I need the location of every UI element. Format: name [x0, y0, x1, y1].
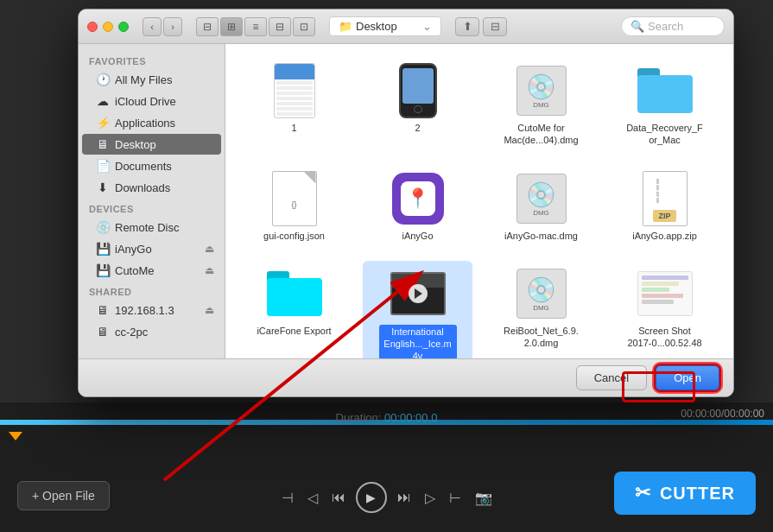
sidebar-item-documents[interactable]: 📄 Documents	[82, 155, 221, 176]
file-label-screenshot: Screen Shot 2017-0...00.52.48	[626, 325, 704, 350]
finder-titlebar: ‹ › ⊟ ⊞ ≡ ⊟ ⊡ 📁 Desktop ⌄ ⬆ ⊟ 🔍 Se	[79, 10, 733, 44]
minimize-button[interactable]	[103, 22, 113, 32]
window-controls	[87, 22, 129, 32]
sidebar-label-cutome: CutoMe	[115, 264, 155, 277]
skip-forward-button[interactable]: ⊢	[446, 486, 465, 510]
sidebar-label-desktop: Desktop	[115, 138, 156, 151]
time-display: 00:00:00/00:00:00	[681, 408, 764, 420]
sidebar-item-cutome[interactable]: 💾 CutoMe ⏏	[82, 260, 221, 281]
view-buttons: ⊟ ⊞ ≡ ⊟ ⊡	[196, 17, 315, 36]
sidebar-item-applications[interactable]: ⚡ Applications	[82, 112, 221, 133]
duration-value: 00:00:00.0	[384, 411, 437, 424]
sidebar-item-downloads[interactable]: ⬇ Downloads	[82, 177, 221, 198]
file-label-cutome-dmg: CutoMe for Mac(de...04).dmg	[503, 122, 580, 147]
search-icon: 🔍	[630, 20, 644, 33]
skip-back-button[interactable]: ⊣	[278, 486, 297, 510]
play-button[interactable]: ▶	[356, 482, 387, 513]
applications-icon: ⚡	[96, 116, 110, 130]
cutome-icon: 💾	[96, 263, 110, 277]
finder-sidebar: Favorites 🕐 All My Files ☁ iCloud Drive …	[79, 44, 225, 358]
eject-ianygo-button[interactable]: ⏏	[205, 243, 214, 255]
open-file-button[interactable]: + Open File	[17, 481, 110, 510]
file-icon-ianygo-dmg: 💿 DMG	[514, 171, 569, 226]
sidebar-item-remote-disc[interactable]: 💿 Remote Disc	[82, 217, 221, 238]
prev-button[interactable]: ⏮	[328, 486, 349, 509]
icloud-icon: ☁	[96, 94, 110, 108]
close-button[interactable]	[87, 22, 98, 32]
file-icon-cutome-dmg: 💿 DMG	[514, 63, 569, 118]
titlebar-actions: ⬆ ⊟	[455, 17, 507, 36]
file-label-data-recovery: Data_Recovery_For_Mac	[626, 122, 704, 147]
finder-files: 1 2 💿	[225, 44, 733, 358]
view-grid-button[interactable]: ⊞	[220, 17, 243, 36]
cancel-button[interactable]: Cancel	[576, 365, 647, 390]
location-name: Desktop	[356, 20, 397, 33]
back-button[interactable]: ‹	[143, 17, 162, 36]
file-item-gui-config[interactable]: {} gui-config.json	[239, 166, 349, 247]
file-item-video[interactable]: International English..._Ice.m4v	[363, 261, 472, 358]
share-button[interactable]: ⬆	[455, 17, 479, 36]
arrange-button[interactable]: ⊟	[483, 17, 507, 36]
file-icon-ianygo-zip: ZIP	[637, 171, 693, 226]
duration-label: Duration: 00:00:00.0	[336, 411, 438, 424]
eject-192-button[interactable]: ⏏	[205, 304, 214, 316]
app-background: 00:00:00/00:00:00 Duration: 00:00:00.0 +…	[0, 0, 773, 532]
forward-button[interactable]: ›	[163, 17, 182, 36]
transport-controls: ⊣ ◁ ⏮ ▶ ⏭ ▷ ⊢ 📷	[278, 482, 496, 513]
sidebar-item-ianygo-device[interactable]: 💾 iAnyGo ⏏	[82, 238, 221, 259]
file-item-ianygo-zip[interactable]: ZIP iAnyGo.app.zip	[610, 166, 719, 247]
desktop-icon: 🖥	[96, 137, 110, 151]
frame-back-button[interactable]: ◁	[304, 486, 321, 510]
cutter-label: CUTTER	[660, 484, 735, 504]
file-label-reiboot: ReiBoot_Net_6.9.2.0.dmg	[503, 325, 580, 350]
sidebar-item-192[interactable]: 🖥 192.168.1.3 ⏏	[82, 300, 221, 320]
finder-dialog: ‹ › ⊟ ⊞ ≡ ⊟ ⊡ 📁 Desktop ⌄ ⬆ ⊟ 🔍 Se	[78, 9, 734, 397]
titlebar-nav: ‹ ›	[143, 17, 182, 36]
file-icon-1	[267, 63, 322, 118]
view-columns-button[interactable]: ⊟	[269, 17, 291, 36]
sidebar-item-cc2pc[interactable]: 🖥 cc-2pc	[82, 321, 221, 342]
search-box[interactable]: 🔍 Search	[621, 16, 725, 36]
sidebar-label-cc2pc: cc-2pc	[115, 326, 148, 339]
open-button[interactable]: Open	[656, 365, 719, 390]
scissors-icon: ✂	[635, 482, 651, 504]
file-label-2: 2	[415, 122, 420, 134]
sidebar-label-icloud: iCloud Drive	[115, 95, 176, 108]
file-item-ianygo-dmg[interactable]: 💿 DMG iAnyGo-mac.dmg	[486, 166, 596, 247]
view-cover-button[interactable]: ⊡	[293, 17, 315, 36]
cutter-button[interactable]: ✂ CUTTER	[614, 472, 756, 515]
cc2pc-icon: 🖥	[96, 325, 110, 339]
view-split-button[interactable]: ⊟	[196, 17, 219, 36]
file-item-2[interactable]: 2	[363, 58, 472, 152]
file-item-reiboot[interactable]: 💿 DMG ReiBoot_Net_6.9.2.0.dmg	[486, 261, 596, 358]
view-list-button[interactable]: ≡	[244, 17, 267, 36]
sidebar-label-all-my-files: All My Files	[115, 73, 172, 86]
file-item-cutome-dmg[interactable]: 💿 DMG CutoMe for Mac(de...04).dmg	[486, 58, 596, 152]
next-button[interactable]: ⏭	[394, 486, 415, 509]
file-icon-video	[390, 266, 446, 321]
file-item-screenshot[interactable]: Screen Shot 2017-0...00.52.48	[610, 261, 719, 358]
file-item-1[interactable]: 1	[239, 58, 349, 152]
eject-cutome-button[interactable]: ⏏	[205, 264, 214, 276]
shared-title: Shared	[79, 282, 225, 299]
sidebar-item-icloud[interactable]: ☁ iCloud Drive	[82, 91, 221, 111]
timeline-handle[interactable]	[9, 432, 22, 440]
file-icon-icarefone	[267, 266, 322, 321]
finder-body: Favorites 🕐 All My Files ☁ iCloud Drive …	[79, 44, 733, 358]
file-label-ianygo-app: iAnyGo	[402, 230, 433, 242]
devices-title: Devices	[79, 199, 225, 216]
file-icon-2	[390, 63, 446, 118]
file-item-ianygo-app[interactable]: 📍 iAnyGo	[363, 166, 472, 247]
sidebar-item-all-my-files[interactable]: 🕐 All My Files	[82, 69, 221, 90]
frame-forward-button[interactable]: ▷	[421, 486, 439, 510]
sidebar-label-downloads: Downloads	[115, 181, 170, 194]
maximize-button[interactable]	[118, 22, 129, 32]
location-bar[interactable]: 📁 Desktop ⌄	[329, 16, 441, 36]
file-icon-gui-config: {}	[267, 171, 322, 226]
sidebar-item-desktop[interactable]: 🖥 Desktop	[82, 134, 221, 155]
file-icon-ianygo-app: 📍	[390, 171, 446, 226]
documents-icon: 📄	[96, 159, 110, 173]
screenshot-button[interactable]: 📷	[472, 486, 496, 510]
file-item-data-recovery[interactable]: Data_Recovery_For_Mac	[610, 58, 719, 152]
file-item-icarefone[interactable]: iCareFone Export	[239, 261, 349, 358]
